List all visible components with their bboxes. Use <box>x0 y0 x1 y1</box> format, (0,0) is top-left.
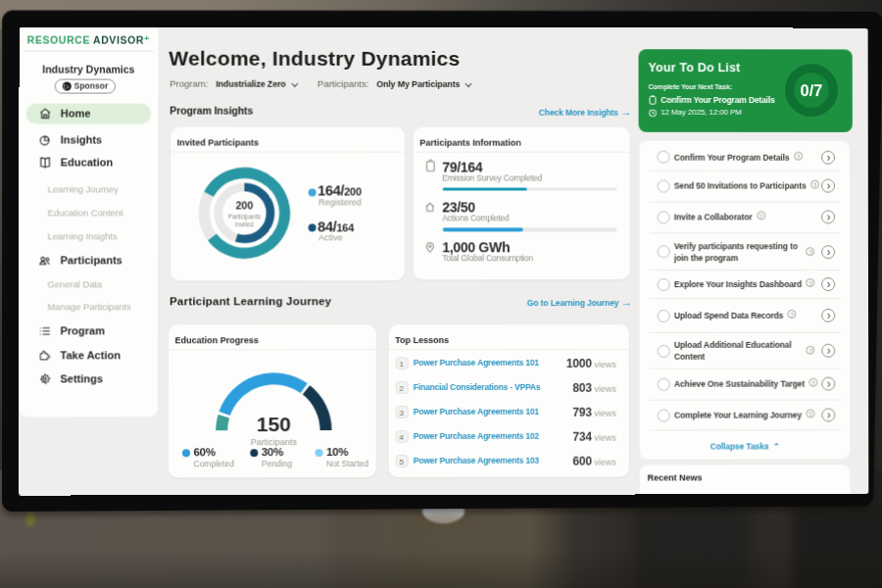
svg-text:Participants: Participants <box>227 213 260 220</box>
svg-text:0/7: 0/7 <box>801 82 823 101</box>
svg-text:Invited: Invited <box>235 220 254 227</box>
svg-text:150: 150 <box>256 413 290 435</box>
svg-text:200: 200 <box>235 199 253 211</box>
